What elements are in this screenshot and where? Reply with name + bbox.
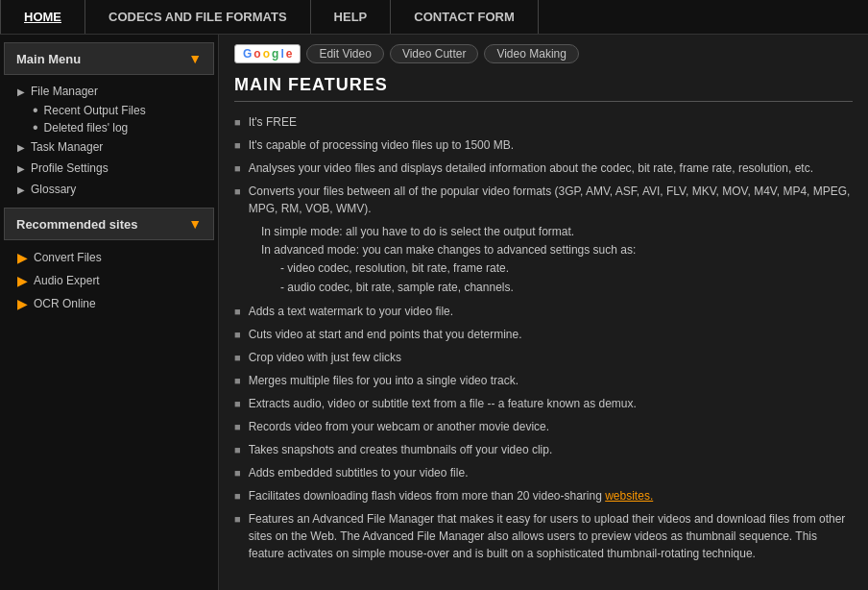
nav-codecs[interactable]: CODECS AND FILE FORMATS — [85, 0, 311, 34]
expand-icon: ▶ — [17, 142, 25, 153]
indent-advanced-mode: In advanced mode: you can make changes t… — [261, 241, 853, 259]
feature-text: Merges multiple files for you into a sin… — [249, 372, 853, 389]
file-manager-label: File Manager — [31, 85, 98, 98]
feature-item-analyse: ■ Analyses your video files and displays… — [234, 160, 853, 177]
feature-item-file-manager-advanced: ■ Features an Advanced File Manager that… — [234, 510, 853, 562]
feature-text: Records video from your webcam or anothe… — [249, 418, 853, 435]
feature-item-free: ■ It's FREE — [234, 113, 853, 131]
recommended-arrow-icon: ▼ — [188, 216, 202, 232]
video-cutter-button[interactable]: Video Cutter — [390, 44, 479, 63]
bullet-icon: ▶ — [17, 273, 28, 288]
sidebar-sub-recent-output[interactable]: • Recent Output Files — [0, 102, 218, 119]
page-title: MAIN FEATURES — [234, 75, 853, 102]
edit-video-button[interactable]: Edit Video — [306, 44, 384, 63]
feature-item-converts: ■ Converts your files between all of the… — [234, 183, 853, 217]
recent-output-label: Recent Output Files — [44, 104, 146, 117]
bullet-icon: ■ — [234, 442, 241, 458]
feature-list: ■ It's FREE ■ It's capable of processing… — [234, 113, 853, 217]
google-o2-letter: o — [263, 47, 270, 61]
feature-text: Analyses your video files and displays d… — [249, 160, 853, 177]
nav-home[interactable]: HOME — [0, 0, 85, 34]
sidebar-item-glossary[interactable]: ▶ Glossary — [0, 179, 218, 200]
feature-text: Crop video with just few clicks — [249, 349, 853, 366]
recommended-label: Recommended sites — [16, 217, 137, 232]
main-menu-header[interactable]: Main Menu ▼ — [4, 42, 214, 75]
feature-text: It's capable of processing video files u… — [249, 136, 853, 154]
deleted-files-label: Deleted files' log — [44, 121, 129, 135]
bullet-icon: ■ — [234, 350, 241, 366]
sidebar-item-audio-expert[interactable]: ▶ Audio Expert — [0, 269, 218, 292]
sidebar-item-convert-files[interactable]: ▶ Convert Files — [0, 246, 218, 269]
bullet-icon: ■ — [234, 137, 241, 154]
bullet-icon: ■ — [234, 396, 241, 412]
recommended-header[interactable]: Recommended sites ▼ — [4, 208, 214, 240]
expand-icon: ▶ — [17, 163, 25, 174]
bullet-icon: ▶ — [17, 296, 28, 311]
glossary-label: Glossary — [31, 183, 76, 196]
indent-audio-codec: - audio codec, bit rate, sample rate, ch… — [280, 279, 853, 297]
main-menu-section: Main Menu ▼ ▶ File Manager • Recent Outp… — [0, 42, 218, 200]
google-g2-letter: g — [272, 47, 278, 61]
main-layout: Main Menu ▼ ▶ File Manager • Recent Outp… — [0, 35, 868, 590]
bullet-icon: ■ — [234, 327, 241, 343]
main-menu-arrow-icon: ▼ — [188, 51, 202, 66]
ocr-online-label: OCR Online — [34, 297, 96, 310]
nav-contact[interactable]: CONTACT FORM — [391, 0, 538, 34]
main-content-area: Google Edit Video Video Cutter Video Mak… — [219, 35, 868, 590]
feature-item-extracts: ■ Extracts audio, video or subtitle text… — [234, 395, 853, 412]
video-making-button[interactable]: Video Making — [484, 44, 579, 63]
main-menu-label: Main Menu — [16, 52, 81, 66]
feature-text: Extracts audio, video or subtitle text f… — [249, 395, 853, 412]
profile-settings-label: Profile Settings — [31, 161, 108, 175]
bullet-icon: ■ — [234, 114, 241, 131]
expand-icon: ▶ — [17, 86, 25, 97]
sidebar-item-profile-settings[interactable]: ▶ Profile Settings — [0, 158, 218, 179]
feature-text: Features an Advanced File Manager that m… — [249, 510, 853, 562]
feature-list-2: ■ Adds a text watermark to your video fi… — [234, 303, 853, 562]
feature-item-watermark: ■ Adds a text watermark to your video fi… — [234, 303, 853, 320]
bullet-icon: ■ — [234, 488, 241, 504]
feature-item-subtitles: ■ Adds embedded subtitles to your video … — [234, 464, 853, 481]
bullet-icon: ■ — [234, 373, 241, 389]
feature-item-1500mb: ■ It's capable of processing video files… — [234, 136, 853, 154]
google-button[interactable]: Google — [234, 44, 301, 63]
feature-item-cuts: ■ Cuts video at start and end points tha… — [234, 326, 853, 343]
feature-text: Converts your files between all of the p… — [249, 183, 853, 217]
sidebar-sub-deleted-files[interactable]: • Deleted files' log — [0, 119, 218, 136]
feature-text: Takes snapshots and creates thumbnails o… — [249, 441, 853, 458]
google-l-letter: l — [280, 47, 283, 61]
sidebar-item-task-manager[interactable]: ▶ Task Manager — [0, 136, 218, 158]
feature-item-flash: ■ Facilitates downloading flash videos f… — [234, 487, 853, 504]
sidebar-item-file-manager[interactable]: ▶ File Manager — [0, 81, 218, 102]
expand-icon: ▶ — [17, 184, 25, 195]
bullet-icon: ■ — [234, 465, 241, 481]
sidebar: Main Menu ▼ ▶ File Manager • Recent Outp… — [0, 35, 219, 590]
feature-item-merges: ■ Merges multiple files for you into a s… — [234, 372, 853, 389]
recommended-section: Recommended sites ▼ ▶ Convert Files ▶ Au… — [0, 208, 218, 315]
nav-help[interactable]: HELP — [311, 0, 392, 34]
bullet-icon: ■ — [234, 511, 241, 528]
audio-expert-label: Audio Expert — [34, 274, 100, 287]
feature-text: Adds a text watermark to your video file… — [249, 303, 853, 320]
google-o1-letter: o — [253, 47, 260, 61]
bullet-icon: ▶ — [17, 250, 28, 265]
top-navigation: HOME CODECS AND FILE FORMATS HELP CONTAC… — [0, 0, 868, 35]
toolbar-row: Google Edit Video Video Cutter Video Mak… — [234, 44, 853, 63]
google-e-letter: e — [286, 47, 293, 61]
bullet-icon: ■ — [234, 184, 241, 200]
sidebar-item-ocr-online[interactable]: ▶ OCR Online — [0, 292, 218, 315]
feature-item-records: ■ Records video from your webcam or anot… — [234, 418, 853, 435]
feature-item-snapshots: ■ Takes snapshots and creates thumbnails… — [234, 441, 853, 458]
bullet-icon: ■ — [234, 160, 241, 177]
websites-link[interactable]: websites. — [605, 489, 653, 503]
bullet-icon: ■ — [234, 304, 241, 320]
feature-text: Facilitates downloading flash videos fro… — [249, 487, 853, 504]
indent-video-codec: - video codec, resolution, bit rate, fra… — [280, 259, 853, 278]
feature-text: Cuts video at start and end points that … — [249, 326, 853, 343]
google-g-letter: G — [243, 47, 252, 61]
feature-text: It's FREE — [249, 113, 853, 131]
indent-simple-mode: In simple mode: all you have to do is se… — [261, 223, 853, 241]
task-manager-label: Task Manager — [31, 140, 103, 154]
feature-item-crop: ■ Crop video with just few clicks — [234, 349, 853, 366]
convert-files-label: Convert Files — [34, 251, 102, 264]
